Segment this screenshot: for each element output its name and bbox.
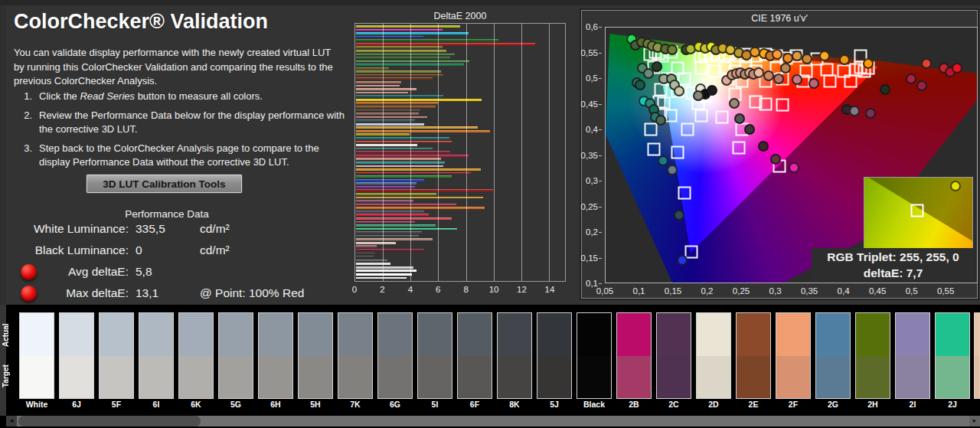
cie-y-tick-label: 0,35 — [581, 151, 598, 160]
black-luminance-unit: cd/m² — [200, 243, 230, 257]
patch-target-swatch — [299, 356, 332, 399]
deltae-bar — [356, 182, 416, 185]
deltae-bar — [356, 29, 443, 31]
color-patch-6I[interactable] — [139, 312, 174, 399]
step-2: 2. Review the Performance Data below for… — [14, 109, 348, 137]
deltae-bar — [356, 189, 493, 191]
cie-x-tick-label: 0,4 — [838, 286, 850, 296]
patch-label: 2B — [616, 400, 652, 409]
step-1-italic: Read Series — [80, 90, 135, 102]
white-luminance-unit: cd/m² — [200, 222, 230, 236]
cie-x-tick-label: 0,5 — [906, 286, 918, 296]
cie-target-square — [681, 123, 694, 136]
cie-measured-dot — [674, 86, 684, 96]
color-patch-5J[interactable] — [537, 312, 572, 399]
patch-actual-swatch — [20, 313, 54, 356]
deltae-bar — [356, 214, 429, 216]
patch-actual-swatch — [60, 313, 93, 356]
patch-actual-swatch — [418, 313, 452, 356]
patch-target-swatch — [816, 356, 850, 399]
cie-y-tick-mark — [599, 155, 602, 156]
color-patch-8K[interactable] — [497, 312, 532, 399]
color-patch-2J[interactable] — [935, 312, 970, 399]
patch-target-swatch — [139, 356, 173, 399]
page-title: ColorChecker® Validation — [14, 10, 268, 34]
cie-target-square — [760, 97, 773, 110]
cie-x-axis-labels: 0,050,10,150,20,250,30,350,40,450,50,55 — [605, 286, 978, 297]
color-patch-5G[interactable] — [218, 312, 253, 399]
color-patch-6G[interactable] — [377, 312, 413, 399]
cie-measured-dot — [770, 154, 781, 165]
step-1-post: button to measure all colors. — [135, 90, 263, 102]
cie-target-square — [684, 246, 697, 259]
cie-measured-dot — [763, 70, 774, 81]
cie-target-square — [732, 141, 745, 154]
cie-y-tick-mark — [599, 232, 602, 233]
color-patch-Black[interactable] — [577, 312, 612, 399]
color-patch-partial[interactable] — [974, 312, 980, 399]
patch-actual-swatch — [617, 313, 651, 356]
color-patch-2H[interactable] — [855, 312, 890, 399]
cie-target-square — [665, 109, 678, 122]
cie-y-tick-mark — [599, 181, 602, 181]
cie-x-tick-label: 0,35 — [801, 286, 818, 296]
patch-actual-swatch — [816, 313, 850, 356]
color-patch-2B[interactable] — [616, 312, 652, 399]
scroll-right-arrow[interactable]: ► — [969, 416, 980, 426]
color-patch-5I[interactable] — [417, 312, 452, 399]
patch-actual-swatch — [737, 313, 770, 356]
step-3-text: Step back to the ColorChecker Analysis p… — [39, 142, 348, 170]
patch-actual-swatch — [338, 313, 372, 356]
cie-selection-info: RGB Triplet: 255, 255, 0 deltaE: 7,7 — [812, 248, 975, 282]
cie-y-tick-mark — [599, 258, 602, 259]
scrollbar-thumb[interactable] — [18, 416, 201, 426]
cie-y-tick-mark — [599, 78, 602, 79]
color-patch-7K[interactable] — [338, 312, 373, 399]
deltae-bar — [356, 116, 427, 119]
deltae-bar — [356, 148, 433, 150]
cie-y-tick-label: 0,45 — [581, 100, 598, 109]
selection-deltae-text: deltaE: 7,7 — [812, 265, 975, 281]
patch-label: 5J — [537, 400, 572, 409]
cie-measured-dot — [863, 58, 874, 69]
color-patch-2C[interactable] — [656, 312, 691, 399]
white-luminance-row: White Luminance: 335,5 cd/m² — [0, 222, 348, 239]
deltae-bar — [356, 50, 446, 52]
step-1-text: Click the Read Series button to measure … — [39, 90, 348, 104]
patch-target-swatch — [20, 356, 54, 399]
patch-actual-swatch — [179, 313, 213, 356]
cie-measured-dot — [635, 80, 645, 90]
color-patch-6K[interactable] — [178, 312, 214, 399]
max-deltae-row: Max deltaE: 13,1 @ Point: 100% Red — [0, 286, 348, 303]
color-patch-5H[interactable] — [298, 312, 333, 399]
color-patch-2G[interactable] — [815, 312, 851, 399]
color-patch-2I[interactable] — [895, 312, 930, 399]
deltae-x-tick-label: 8 — [463, 285, 468, 294]
lut-calibration-tools-button[interactable]: 3D LUT Calibration Tools — [87, 175, 242, 193]
scroll-left-arrow[interactable]: ◄ — [6, 416, 17, 426]
black-luminance-label: Black Luminance: — [0, 243, 129, 257]
deltae-bar — [356, 224, 436, 227]
color-patch-6F[interactable] — [457, 312, 492, 399]
color-patch-6H[interactable] — [258, 312, 293, 399]
color-patch-2F[interactable] — [776, 312, 811, 399]
color-patch-2D[interactable] — [696, 312, 731, 399]
deltae-bar — [356, 162, 445, 164]
cie-target-square — [776, 99, 789, 112]
deltae-bar — [356, 151, 450, 153]
color-patch-6J[interactable] — [59, 312, 94, 399]
deltae-bar — [356, 77, 433, 80]
color-patch-5F[interactable] — [99, 312, 134, 399]
patch-target-swatch — [537, 356, 571, 399]
deltae-bar — [356, 245, 377, 247]
color-patch-2E[interactable] — [736, 312, 771, 399]
deltae-x-tick-label: 10 — [489, 285, 499, 294]
patch-actual-swatch — [577, 313, 611, 356]
cie-measured-dot — [693, 90, 704, 101]
cie-measured-dot — [655, 115, 666, 126]
strip-scrollbar-track[interactable]: ◄ ► — [6, 416, 980, 426]
color-patch-White[interactable] — [19, 312, 54, 399]
cie-measured-dot — [780, 63, 791, 74]
cie-y-tick-mark — [599, 104, 602, 105]
cie-y-tick-mark — [599, 27, 602, 28]
